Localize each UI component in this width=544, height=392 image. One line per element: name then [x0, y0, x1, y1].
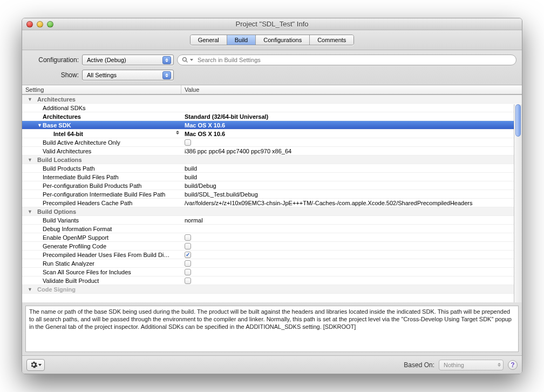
- titlebar: Project "SDL_Test" Info: [22, 18, 522, 30]
- group-cell[interactable]: ▼Build Locations: [22, 156, 181, 164]
- tab-general[interactable]: General: [191, 35, 227, 45]
- checkbox[interactable]: [185, 243, 191, 249]
- value-cell[interactable]: build: [181, 164, 522, 173]
- value-cell[interactable]: normal: [181, 216, 522, 225]
- value-cell[interactable]: [181, 285, 522, 294]
- select-arrows-icon: [162, 56, 171, 64]
- disclosure-icon[interactable]: ▼: [37, 123, 42, 128]
- tab-comments[interactable]: Comments: [310, 35, 353, 45]
- value-cell[interactable]: [181, 225, 522, 233]
- help-button[interactable]: ?: [508, 360, 518, 370]
- value-cell[interactable]: [181, 259, 522, 268]
- column-value[interactable]: Value: [181, 85, 522, 94]
- actions-menu-button[interactable]: [26, 359, 45, 371]
- setting-cell[interactable]: Scan All Source Files for Includes: [22, 268, 181, 276]
- setting-cell[interactable]: Intel 64-bit: [22, 130, 181, 138]
- setting-label: Debug Information Format: [43, 226, 112, 232]
- scrollbar-thumb[interactable]: [515, 104, 521, 137]
- value-cell[interactable]: build/Debug: [181, 181, 522, 190]
- show-select[interactable]: All Settings: [82, 70, 174, 80]
- setting-cell[interactable]: Enable OpenMP Support: [22, 233, 181, 242]
- group-label: Build Locations: [37, 157, 82, 163]
- checkbox[interactable]: [185, 260, 191, 267]
- value-cell[interactable]: [181, 233, 522, 242]
- value-cell[interactable]: build: [181, 173, 522, 181]
- setting-cell[interactable]: Build Active Architecture Only: [22, 138, 181, 147]
- settings-table: ▼ArchitecturesAdditional SDKsArchitectur…: [22, 95, 522, 294]
- setting-value: build/SDL_Test.build/Debug: [185, 191, 258, 198]
- disclosure-icon[interactable]: ▼: [28, 97, 32, 102]
- setting-label: Base SDK: [43, 122, 71, 129]
- value-cell[interactable]: Mac OS X 10.6: [181, 130, 522, 138]
- value-cell[interactable]: Standard (32/64-bit Universal): [181, 112, 522, 121]
- setting-label: Validate Built Product: [43, 278, 99, 284]
- setting-label: Build Variants: [43, 217, 79, 224]
- show-label: Show:: [28, 71, 79, 79]
- setting-cell[interactable]: Run Static Analyzer: [22, 259, 181, 268]
- group-cell[interactable]: ▼Code Signing: [22, 285, 181, 294]
- setting-cell[interactable]: Generate Profiling Code: [22, 242, 181, 251]
- setting-label: Precompiled Header Uses Files From Build…: [43, 252, 169, 258]
- configuration-value: Active (Debug): [87, 57, 126, 63]
- project-info-window: Project "SDL_Test" Info GeneralBuildConf…: [22, 18, 522, 374]
- setting-value: Standard (32/64-bit Universal): [185, 113, 268, 120]
- column-setting[interactable]: Setting: [22, 85, 181, 94]
- checkbox[interactable]: [185, 139, 191, 146]
- based-on-select[interactable]: Nothing: [439, 360, 504, 370]
- setting-label: Intermediate Build Files Path: [43, 174, 119, 180]
- value-cell[interactable]: build/SDL_Test.build/Debug: [181, 190, 522, 199]
- row-arrows-icon: [176, 131, 179, 134]
- group-cell[interactable]: ▼Architectures: [22, 95, 181, 104]
- based-on-value: Nothing: [444, 362, 464, 368]
- value-cell[interactable]: [181, 138, 522, 147]
- setting-cell[interactable]: Per-configuration Build Products Path: [22, 181, 181, 190]
- configuration-select[interactable]: Active (Debug): [82, 55, 174, 65]
- description-box: The name or path of the base SDK being u…: [25, 306, 519, 352]
- menu-arrow-icon: [38, 364, 42, 366]
- setting-value: Mac OS X 10.6: [185, 122, 225, 129]
- group-label: Code Signing: [37, 286, 76, 293]
- gear-icon: [30, 361, 37, 368]
- checkbox[interactable]: [185, 252, 191, 258]
- setting-cell[interactable]: Debug Information Format: [22, 225, 181, 233]
- value-cell[interactable]: /var/folders/z+/z+I10x09EMC3-chsin-JpE++…: [181, 199, 522, 207]
- tab-configurations[interactable]: Configurations: [256, 35, 310, 45]
- setting-label: Run Static Analyzer: [43, 260, 94, 267]
- value-cell[interactable]: Mac OS X 10.6: [181, 121, 522, 130]
- value-cell[interactable]: [181, 156, 522, 164]
- checkbox[interactable]: [185, 269, 191, 275]
- checkbox[interactable]: [185, 278, 191, 284]
- setting-cell[interactable]: Validate Built Product: [22, 276, 181, 285]
- scrollbar[interactable]: [514, 104, 522, 302]
- setting-value: build: [185, 165, 197, 172]
- value-cell[interactable]: [181, 251, 522, 259]
- setting-cell[interactable]: Valid Architectures: [22, 147, 181, 156]
- setting-cell[interactable]: Precompiled Headers Cache Path: [22, 199, 181, 207]
- search-icon: [182, 57, 188, 63]
- value-cell[interactable]: [181, 104, 522, 112]
- setting-cell[interactable]: Additional SDKs: [22, 104, 181, 112]
- value-cell[interactable]: [181, 207, 522, 216]
- setting-cell[interactable]: Precompiled Header Uses Files From Build…: [22, 251, 181, 259]
- setting-cell[interactable]: Per-configuration Intermediate Build Fil…: [22, 190, 181, 199]
- settings-table-wrap: ▼ArchitecturesAdditional SDKsArchitectur…: [22, 95, 522, 302]
- disclosure-icon[interactable]: ▼: [28, 287, 32, 292]
- value-cell[interactable]: i386 ppc ppc64 ppc7400 ppc970 x86_64: [181, 147, 522, 156]
- window-title: Project "SDL_Test" Info: [22, 20, 522, 28]
- checkbox[interactable]: [185, 234, 191, 241]
- setting-cell[interactable]: Architectures: [22, 112, 181, 121]
- value-cell[interactable]: [181, 276, 522, 285]
- tab-build[interactable]: Build: [227, 35, 256, 45]
- setting-cell[interactable]: ▼Base SDK: [22, 121, 181, 130]
- disclosure-icon[interactable]: ▼: [28, 157, 32, 163]
- setting-cell[interactable]: Intermediate Build Files Path: [22, 173, 181, 181]
- setting-cell[interactable]: Build Products Path: [22, 164, 181, 173]
- search-input[interactable]: [198, 57, 512, 63]
- disclosure-icon[interactable]: ▼: [28, 209, 32, 214]
- value-cell[interactable]: [181, 242, 522, 251]
- search-field[interactable]: [177, 55, 516, 65]
- group-cell[interactable]: ▼Build Options: [22, 207, 181, 216]
- value-cell[interactable]: [181, 95, 522, 104]
- setting-cell[interactable]: Build Variants: [22, 216, 181, 225]
- value-cell[interactable]: [181, 268, 522, 276]
